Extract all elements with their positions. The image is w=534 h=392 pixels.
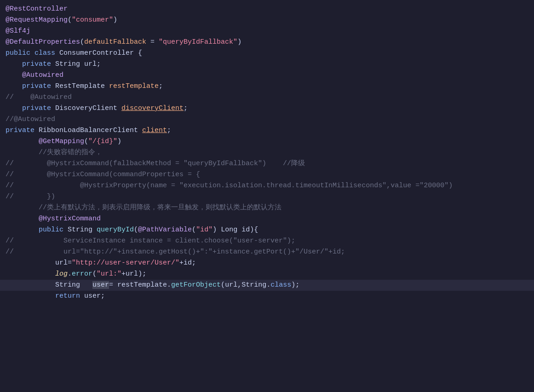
code-line-25: log.error("url:"+url); [0,269,534,280]
code-line-17: // @HystrixProperty(name = "execution.is… [0,180,534,191]
code-line-27: return user; [0,291,534,302]
code-line-8: private RestTemplate restTemplate; [0,81,534,92]
code-line-14: //失败容错的指令， [0,147,534,158]
code-line-11: //@Autowired [0,114,534,125]
code-line-21: public String queryById(@PathVariable("i… [0,225,534,236]
code-line-9: // @Autowired [0,92,534,103]
code-line-1: @RestController [0,4,534,15]
code-line-7: @Autowired [0,70,534,81]
code-line-5: public class ConsumerController { [0,48,534,59]
code-line-12: private RibbonLoadBalancerClient client; [0,125,534,136]
code-line-22: // ServiceInstance instance = client.cho… [0,236,534,247]
code-editor: @RestController @RequestMapping("consume… [0,0,534,306]
code-line-24: url="http://user-server/User/"+id; [0,258,534,269]
code-line-4: @DefaultProperties(defaultFallback = "qu… [0,37,534,48]
code-line-15: // @HystrixCommand(fallbackMethod = "que… [0,158,534,169]
code-line-3: @Slf4j [0,26,534,37]
highlighted-variable: user [92,281,109,289]
code-line-16: // @HystrixCommand(commandProperties = { [0,169,534,180]
code-line-13: @GetMapping("/{id}") [0,136,534,147]
code-line-23: // url="http://"+instance.getHost()+":"+… [0,247,534,258]
code-line-10: private DiscoveryClient discoveryClient; [0,103,534,114]
code-line-6: private String url; [0,59,534,70]
code-line-20: @HystrixCommand [0,213,534,225]
code-line-18: // }) [0,191,534,202]
code-line-2: @RequestMapping("consumer") [0,15,534,26]
code-line-19: //类上有默认方法，则表示启用降级，将来一旦触发，则找默认类上的默认方法 [0,202,534,213]
code-line-26: String user= restTemplate.getForObject(u… [0,280,534,291]
